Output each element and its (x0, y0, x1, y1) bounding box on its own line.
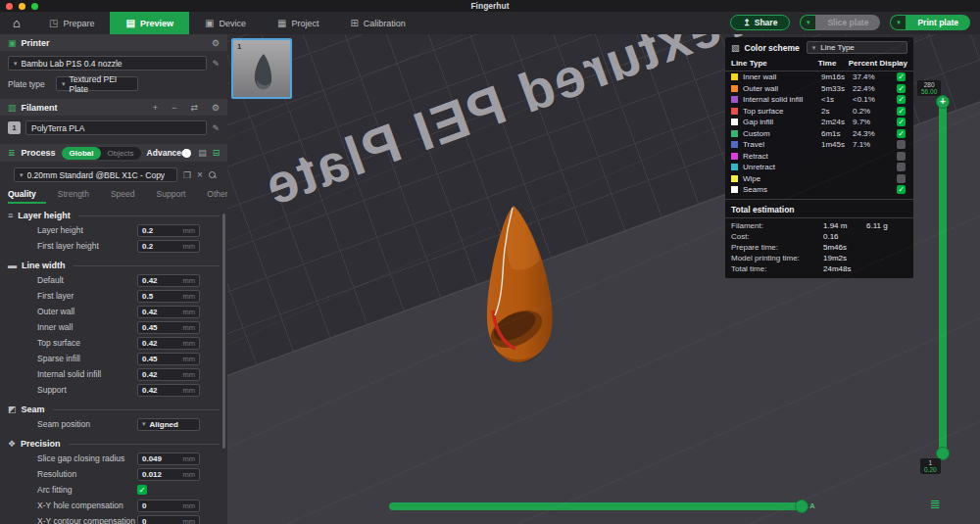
view-all-settings-icon[interactable]: ⊟ (213, 148, 220, 158)
sidebar-scrollbar[interactable] (222, 214, 225, 449)
process-tab-quality[interactable]: Quality (8, 189, 46, 204)
field-unit: mm (183, 292, 196, 301)
setting-label: Slice gap closing radius (37, 453, 137, 463)
slice-gap-closing-radius-field[interactable]: 0.049mm (137, 453, 200, 465)
x-y-contour-compensation-field[interactable]: 0mm (137, 515, 200, 524)
setting-label: Layer height (37, 225, 137, 235)
home-button[interactable]: ⌂ (0, 12, 33, 34)
remove-filament-button[interactable]: − (172, 103, 176, 113)
outer-wall-field[interactable]: 0.42mm (137, 306, 200, 318)
slice-plate-button[interactable]: Slice plate (815, 15, 880, 30)
process-preset-value: 0.20mm Standard @BBL X1C - Copy (27, 170, 166, 180)
printer-preset-dropdown[interactable]: ▾ Bambu Lab P1S 0.4 nozzle (8, 56, 207, 71)
support-field[interactable]: 0.42mm (137, 384, 200, 397)
share-button[interactable]: ↥ Share (730, 15, 790, 30)
legend-row-outer-wall: Outer wall5m33s22.4%✓ (725, 83, 913, 95)
section-title-line-width: ▬Line width (8, 261, 220, 270)
filament-index-badge[interactable]: 1 (8, 121, 21, 134)
move-slider[interactable] (389, 502, 801, 510)
legend-row-inner-wall: Inner wall9m16s37.4%✓ (725, 71, 913, 83)
display-checkbox[interactable]: ✓ (897, 95, 906, 104)
setting-row-top-surface: Top surface0.42mm (37, 335, 200, 351)
process-preset-dropdown[interactable]: ▾ 0.20mm Standard @BBL X1C - Copy (14, 167, 177, 182)
display-checkbox[interactable] (897, 152, 906, 161)
x-y-hole-compensation-field[interactable]: 0mm (137, 500, 200, 512)
layers-stack-icon[interactable]: ≣ (930, 497, 941, 511)
display-checkbox[interactable]: ✓ (897, 185, 906, 194)
tab-project[interactable]: ▦Project (262, 12, 334, 34)
section-label: Layer height (18, 211, 71, 220)
plate-thumbnail[interactable]: 1 (231, 38, 292, 99)
tab-prepare[interactable]: ◳Prepare (33, 12, 110, 34)
process-tab-support[interactable]: Support (157, 189, 196, 204)
display-checkbox[interactable]: ✓ (897, 107, 906, 116)
field-unit: mm (183, 386, 196, 395)
layer-slider-bottom-badge: 1 0.20 (920, 458, 941, 474)
process-tab-speed[interactable]: Speed (111, 189, 145, 204)
process-icon: ≣ (8, 148, 16, 158)
layer-height-field[interactable]: 0.2mm (137, 224, 200, 237)
total-value: 0.16 (823, 232, 866, 241)
setting-label: First layer (37, 291, 137, 301)
field-unit: mm (183, 323, 196, 332)
add-filament-button[interactable]: + (153, 103, 158, 113)
delete-preset-icon[interactable]: × (197, 169, 203, 180)
default-field[interactable]: 0.42mm (137, 274, 200, 287)
first-layer-field[interactable]: 0.5mm (137, 290, 200, 303)
process-tab-others[interactable]: Others (207, 189, 227, 204)
display-checkbox[interactable] (897, 140, 906, 149)
layer-range-slider[interactable]: + (939, 101, 947, 453)
edit-filament-icon[interactable]: ✎ (212, 123, 220, 133)
setting-label: Arc fitting (37, 485, 137, 495)
arc-fitting-checkbox[interactable]: ✓ (137, 485, 147, 495)
seam-position-select[interactable]: ▾Aligned (137, 418, 200, 431)
search-icon[interactable] (209, 171, 217, 179)
process-section-title: Process (22, 148, 56, 158)
slice-dropdown-button[interactable]: ▾ (800, 15, 815, 30)
process-tab-strength[interactable]: Strength (58, 189, 99, 204)
tab-preview[interactable]: ▤Preview (110, 12, 188, 34)
display-checkbox[interactable]: ✓ (897, 72, 906, 81)
tab-calibration[interactable]: ⊞Calibration (334, 12, 420, 34)
print-dropdown-button[interactable]: ▾ (890, 15, 906, 30)
inner-wall-field[interactable]: 0.45mm (137, 321, 200, 334)
filament-preset-dropdown[interactable]: PolyTerra PLA (25, 120, 207, 135)
color-swatch (731, 73, 738, 80)
internal-solid-infill-field[interactable]: 0.42mm (137, 368, 200, 381)
field-unit: mm (183, 226, 196, 235)
top-surface-field[interactable]: 0.42mm (137, 337, 200, 350)
color-scheme-dropdown[interactable]: ▾ Line Type (807, 41, 907, 54)
scope-objects-button[interactable]: Objects (101, 149, 133, 158)
plate-type-dropdown[interactable]: ▾ Textured PEI Plate (56, 76, 138, 91)
filament-settings-gear-icon[interactable]: ⚙ (212, 103, 220, 113)
display-checkbox[interactable]: ✓ (897, 129, 906, 138)
move-slider-handle[interactable] (795, 500, 808, 513)
sparse-infill-field[interactable]: 0.45mm (137, 353, 200, 365)
compare-presets-icon[interactable]: ▤ (198, 148, 207, 158)
process-section-header: ≣ Process Global Objects Advanced ▤ ⊟ (0, 144, 227, 162)
preview-viewport[interactable]: Textured PEI Plate 1 (227, 34, 980, 524)
section-label: Precision (21, 439, 61, 449)
display-checkbox[interactable] (897, 163, 906, 171)
layer-slider-top-handle[interactable]: + (936, 95, 950, 109)
display-checkbox[interactable] (897, 174, 906, 183)
first-layer-height-field[interactable]: 0.2mm (137, 240, 200, 253)
printer-settings-gear-icon[interactable]: ⚙ (212, 38, 220, 48)
scope-global-button[interactable]: Global (62, 147, 102, 160)
sync-filament-icon[interactable]: ⇄ (190, 103, 198, 113)
resolution-field[interactable]: 0.012mm (137, 468, 200, 481)
print-plate-button[interactable]: Print plate (906, 15, 970, 30)
display-checkbox[interactable]: ✓ (897, 118, 906, 126)
field-unit: mm (183, 470, 196, 479)
section-divider (69, 444, 220, 445)
edit-printer-icon[interactable]: ✎ (212, 59, 220, 69)
share-icon: ↥ (743, 18, 751, 27)
color-swatch (731, 141, 738, 148)
save-preset-icon[interactable]: ❐ (183, 170, 191, 180)
line-type-time: 6m1s (821, 129, 853, 138)
column-percent: Percent (849, 59, 877, 68)
sliced-model[interactable] (482, 203, 566, 371)
tab-device[interactable]: ▣Device (189, 12, 262, 34)
field-unit: mm (183, 355, 196, 363)
display-checkbox[interactable]: ✓ (897, 84, 906, 93)
